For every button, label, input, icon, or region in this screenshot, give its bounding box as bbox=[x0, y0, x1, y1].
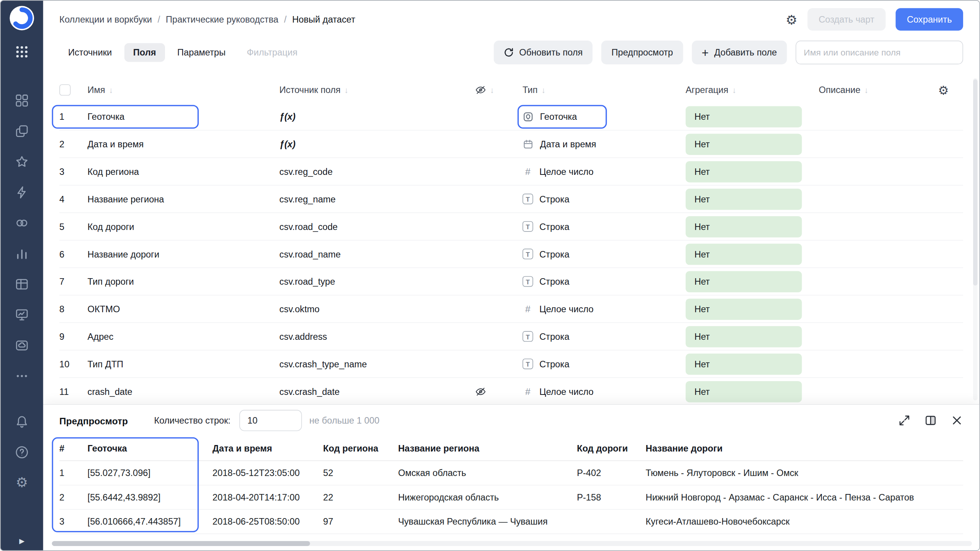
field-type[interactable]: T Строка bbox=[523, 359, 686, 369]
squares-grid-icon[interactable] bbox=[15, 93, 29, 108]
cell: 3 bbox=[59, 517, 87, 527]
preview-button[interactable]: Предпросмотр bbox=[601, 41, 683, 64]
eye-off-icon[interactable] bbox=[475, 386, 486, 397]
cell: Кугеси-Атлашево-Новочебоксарск bbox=[646, 517, 963, 527]
field-type[interactable]: T Строка bbox=[523, 331, 686, 342]
column-header-name[interactable]: Имя↓ bbox=[88, 85, 279, 95]
horizontal-scrollbar-thumb[interactable] bbox=[52, 541, 310, 546]
tab-fields[interactable]: Поля bbox=[124, 43, 165, 62]
aggregation-select[interactable]: Нет bbox=[686, 106, 802, 127]
table-row[interactable]: 1 Геоточка ƒ(x) Геоточка Нет bbox=[59, 103, 963, 130]
column-header-type[interactable]: Тип↓ bbox=[523, 85, 686, 95]
table-settings-icon[interactable]: ⚙ bbox=[938, 84, 949, 96]
app-window: ⚙ ▶ Коллекции и воркбуки / Практические … bbox=[0, 0, 980, 551]
aggregation-select[interactable]: Нет bbox=[686, 353, 802, 375]
table-row[interactable]: 9 Адрес csv.address T Строка Нет bbox=[59, 323, 963, 350]
table-row[interactable]: 2 Дата и время ƒ(x) Дата и время Нет bbox=[59, 130, 963, 158]
expand-icon[interactable] bbox=[898, 414, 911, 427]
aggregation-select[interactable]: Нет bbox=[686, 326, 802, 347]
breadcrumb-collections[interactable]: Коллекции и воркбуки bbox=[59, 15, 152, 24]
table-row[interactable]: 10 Тип ДТП csv.crash_type_name T Строка … bbox=[59, 350, 963, 378]
field-source: csv.oktmo bbox=[279, 304, 475, 314]
bar-chart-icon[interactable] bbox=[15, 246, 29, 261]
aggregation-select[interactable]: Нет bbox=[686, 243, 802, 265]
field-type[interactable]: Дата и время bbox=[523, 139, 686, 150]
create-chart-button[interactable]: Создать чарт bbox=[807, 8, 885, 31]
tab-parameters[interactable]: Параметры bbox=[168, 43, 234, 62]
tab-sources[interactable]: Источники bbox=[59, 43, 121, 62]
bell-icon[interactable] bbox=[15, 414, 29, 429]
field-type[interactable]: T Строка bbox=[523, 194, 686, 204]
save-button[interactable]: Сохранить bbox=[895, 8, 963, 31]
add-field-button[interactable]: + Добавить поле bbox=[692, 41, 787, 64]
field-name[interactable]: Геоточка bbox=[88, 111, 279, 121]
field-name[interactable]: Тип дороги bbox=[88, 276, 279, 286]
field-type[interactable]: T Строка bbox=[523, 249, 686, 259]
rings-icon[interactable] bbox=[15, 215, 29, 230]
field-name[interactable]: Название дороги bbox=[88, 249, 279, 259]
ellipsis-icon[interactable] bbox=[15, 368, 29, 383]
table-row[interactable]: 3 Код региона csv.reg_code # Целое число… bbox=[59, 158, 963, 186]
field-type[interactable]: T Строка bbox=[523, 221, 686, 232]
lightning-icon[interactable] bbox=[15, 185, 29, 200]
field-name[interactable]: Адрес bbox=[88, 331, 279, 341]
field-name[interactable]: Дата и время bbox=[88, 139, 279, 149]
table-row[interactable]: 11 crash_date csv.crash_date # Целое чис… bbox=[59, 378, 963, 406]
monitor-chart-icon[interactable] bbox=[15, 307, 29, 322]
field-name[interactable]: Код дороги bbox=[88, 222, 279, 231]
field-name[interactable]: Название региона bbox=[88, 194, 279, 204]
field-type[interactable]: T Строка bbox=[523, 276, 686, 287]
column-header-hidden[interactable]: ↓ bbox=[475, 84, 523, 95]
aggregation-select[interactable]: Нет bbox=[686, 134, 802, 155]
play-icon[interactable]: ▶ bbox=[1, 537, 43, 545]
table-row[interactable]: 6 Название дороги csv.road_name T Строка… bbox=[59, 241, 963, 268]
table-row[interactable]: 8 ОКТМО csv.oktmo # Целое число Нет bbox=[59, 295, 963, 323]
field-type[interactable]: # Целое число bbox=[523, 386, 686, 397]
close-icon[interactable] bbox=[951, 414, 963, 427]
column-header-source[interactable]: Источник поля↓ bbox=[279, 85, 475, 95]
column-header-description[interactable]: Описание↓ bbox=[819, 85, 938, 95]
dataset-settings-icon[interactable]: ⚙ bbox=[786, 13, 797, 26]
refresh-fields-button[interactable]: Обновить поля bbox=[493, 41, 593, 64]
select-all-checkbox[interactable] bbox=[59, 84, 70, 95]
table-row[interactable]: 5 Код дороги csv.road_code T Строка Нет bbox=[59, 213, 963, 241]
breadcrumb-guides[interactable]: Практические руководства bbox=[166, 15, 278, 24]
field-name[interactable]: crash_date bbox=[88, 386, 279, 396]
layers-copy-icon[interactable] bbox=[15, 124, 29, 139]
string-type-icon: T bbox=[523, 194, 533, 204]
field-search-input[interactable] bbox=[795, 41, 963, 64]
field-name[interactable]: Тип ДТП bbox=[88, 359, 279, 369]
horizontal-scrollbar[interactable] bbox=[52, 541, 972, 546]
field-source: csv.crash_type_name bbox=[279, 359, 475, 369]
aggregation-select[interactable]: Нет bbox=[686, 161, 802, 182]
column-header-aggregation[interactable]: Агрегация↓ bbox=[686, 85, 819, 95]
storage-cloud-icon[interactable] bbox=[15, 338, 29, 353]
table-icon[interactable] bbox=[15, 277, 29, 292]
add-field-label: Добавить поле bbox=[714, 47, 777, 57]
help-icon[interactable] bbox=[15, 445, 29, 460]
top-actions: ⚙ Создать чарт Сохранить bbox=[786, 8, 963, 31]
field-type[interactable]: # Целое число bbox=[523, 166, 686, 177]
field-type[interactable]: Геоточка bbox=[523, 111, 686, 122]
table-row[interactable]: 7 Тип дороги csv.road_type T Строка Нет bbox=[59, 268, 963, 295]
field-name[interactable]: Код региона bbox=[88, 166, 279, 176]
table-row[interactable]: 4 Название региона csv.reg_name T Строка… bbox=[59, 186, 963, 213]
aggregation-select[interactable]: Нет bbox=[686, 298, 802, 320]
vertical-scrollbar-thumb[interactable] bbox=[973, 79, 977, 285]
aggregation-select[interactable]: Нет bbox=[686, 188, 802, 210]
row-index: 6 bbox=[59, 249, 87, 259]
apps-grid-icon[interactable] bbox=[15, 44, 29, 59]
field-name[interactable]: ОКТМО bbox=[88, 304, 279, 314]
split-view-icon[interactable] bbox=[924, 414, 937, 427]
field-type[interactable]: # Целое число bbox=[523, 303, 686, 314]
aggregation-select[interactable]: Нет bbox=[686, 271, 802, 292]
star-icon[interactable] bbox=[15, 154, 29, 169]
aggregation-select[interactable]: Нет bbox=[686, 381, 802, 402]
row-count-input[interactable] bbox=[239, 410, 302, 431]
vertical-scrollbar[interactable] bbox=[973, 78, 977, 400]
preview-col-region-code: Код региона bbox=[323, 443, 398, 453]
aggregation-select[interactable]: Нет bbox=[686, 216, 802, 237]
datalens-logo-icon[interactable] bbox=[9, 6, 34, 31]
field-source: csv.road_code bbox=[279, 222, 475, 231]
sidebar-settings-icon[interactable]: ⚙ bbox=[16, 475, 28, 490]
